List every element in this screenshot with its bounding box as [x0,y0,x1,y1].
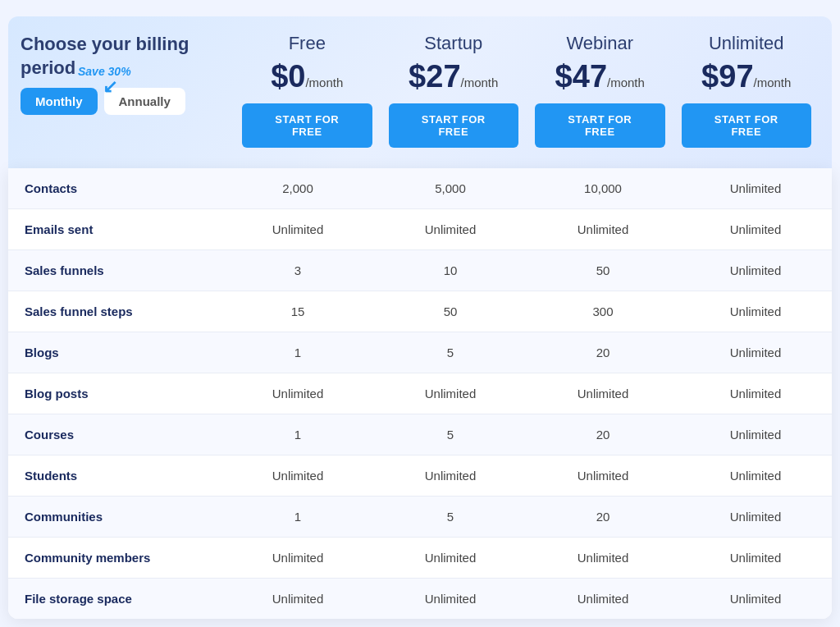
plan-price-webinar: $47/month [555,61,645,92]
plan-name-free: Free [289,33,326,54]
feature-value: 1 [221,497,374,537]
plan-column-startup: Startup $27/month START FOR FREE [381,33,527,148]
feature-value: 20 [527,414,679,455]
price-period-webinar: /month [607,76,645,89]
billing-toggle-wrapper: Save 30% ↙ Monthly Annually [21,88,226,115]
table-row: StudentsUnlimitedUnlimitedUnlimitedUnlim… [8,455,832,497]
price-amount-unlimited: $97 [701,59,753,94]
table-row: Sales funnel steps1550300Unlimited [8,291,832,332]
table-row: Community membersUnlimitedUnlimitedUnlim… [8,538,832,579]
table-row: Communities1520Unlimited [8,497,832,538]
feature-value: 300 [527,291,679,332]
monthly-toggle-button[interactable]: Monthly [21,88,98,115]
feature-value: Unlimited [374,209,527,249]
feature-label: Sales funnel steps [8,291,221,332]
feature-value: Unlimited [221,373,374,414]
cta-button-unlimited[interactable]: START FOR FREE [682,103,812,148]
feature-label: Sales funnels [8,250,221,291]
feature-value: Unlimited [679,332,832,373]
feature-label: Students [8,455,221,496]
price-amount-free: $0 [271,59,305,94]
plan-price-free: $0/month [271,61,343,92]
cta-button-webinar[interactable]: START FOR FREE [535,103,665,148]
feature-label: Community members [8,538,221,578]
feature-value: Unlimited [679,538,832,578]
cta-button-startup[interactable]: START FOR FREE [389,103,519,148]
feature-value: Unlimited [527,538,679,578]
feature-value: 1 [221,332,374,373]
feature-value: 5 [374,414,527,455]
plan-column-free: Free $0/month START FOR FREE [234,33,381,148]
plan-column-unlimited: Unlimited $97/month START FOR FREE [673,33,820,148]
feature-value: 50 [527,250,679,291]
feature-value: Unlimited [679,455,832,496]
feature-value: Unlimited [679,497,832,537]
table-row: File storage spaceUnlimitedUnlimitedUnli… [8,579,832,619]
feature-label: Contacts [8,168,221,208]
pricing-header: Choose your billing period Save 30% ↙ Mo… [8,16,832,168]
feature-value: Unlimited [679,414,832,455]
table-row: Blogs1520Unlimited [8,332,832,373]
feature-value: 10,000 [527,168,679,208]
feature-value: 20 [527,497,679,537]
feature-label: Communities [8,497,221,537]
feature-value: Unlimited [527,373,679,414]
feature-value: 3 [221,250,374,291]
price-period-unlimited: /month [754,76,792,89]
feature-value: 50 [374,291,527,332]
plan-name-webinar: Webinar [566,33,633,54]
feature-value: Unlimited [679,168,832,208]
table-row: Blog postsUnlimitedUnlimitedUnlimitedUnl… [8,373,832,414]
feature-value: 1 [221,414,374,455]
feature-value: Unlimited [221,579,374,619]
plan-name-unlimited: Unlimited [709,33,784,54]
feature-value: Unlimited [374,373,527,414]
feature-value: Unlimited [679,209,832,249]
table-row: Sales funnels31050Unlimited [8,250,832,291]
feature-value: Unlimited [221,538,374,578]
plan-price-startup: $27/month [409,61,498,92]
feature-value: Unlimited [527,579,679,619]
feature-value: 5 [374,332,527,373]
price-period-free: /month [305,76,343,89]
feature-value: Unlimited [374,455,527,496]
feature-value: Unlimited [679,373,832,414]
feature-value: Unlimited [527,455,679,496]
price-amount-startup: $27 [409,59,460,94]
feature-value: 15 [221,291,374,332]
table-row: Courses1520Unlimited [8,414,832,455]
feature-value: 2,000 [221,168,374,208]
feature-label: Courses [8,414,221,455]
plan-column-webinar: Webinar $47/month START FOR FREE [527,33,673,148]
price-period-startup: /month [461,76,499,89]
feature-value: Unlimited [374,579,527,619]
billing-section: Choose your billing period Save 30% ↙ Mo… [21,33,234,148]
feature-value: Unlimited [221,455,374,496]
feature-value: 10 [374,250,527,291]
pricing-table: Contacts2,0005,00010,000UnlimitedEmails … [8,168,832,619]
price-amount-webinar: $47 [555,59,607,94]
plan-price-unlimited: $97/month [701,61,791,92]
feature-label: Blogs [8,332,221,373]
save-badge: Save 30% ↙ [78,65,131,78]
feature-value: Unlimited [679,250,832,291]
feature-value: Unlimited [374,538,527,578]
feature-label: Emails sent [8,209,221,249]
feature-value: Unlimited [221,209,374,249]
feature-value: 20 [527,332,679,373]
cta-button-free[interactable]: START FOR FREE [242,103,372,148]
table-row: Contacts2,0005,00010,000Unlimited [8,168,832,209]
feature-value: Unlimited [527,209,679,249]
feature-value: Unlimited [679,291,832,332]
feature-label: Blog posts [8,373,221,414]
feature-label: File storage space [8,579,221,619]
plan-name-startup: Startup [424,33,482,54]
table-row: Emails sentUnlimitedUnlimitedUnlimitedUn… [8,209,832,250]
page-wrapper: Choose your billing period Save 30% ↙ Mo… [0,0,840,627]
feature-value: Unlimited [679,579,832,619]
feature-value: 5 [374,497,527,537]
feature-value: 5,000 [374,168,527,208]
